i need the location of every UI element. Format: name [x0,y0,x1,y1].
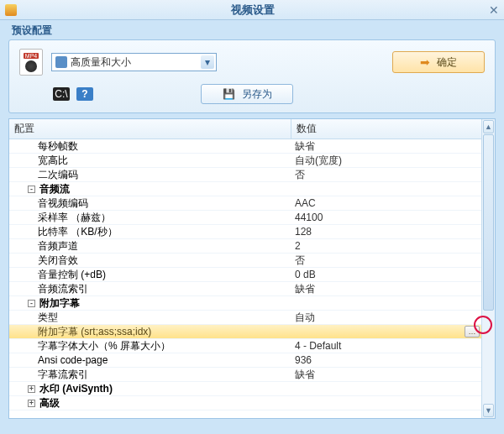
row-label: 每秒帧数 [38,139,78,153]
row-label: 字幕流索引 [38,368,88,381]
table-row[interactable]: Ansi code-page936 [9,353,481,368]
save-as-label: 另存为 [242,87,272,102]
save-icon: 💾 [223,88,235,100]
app-icon [5,4,17,16]
row-label: 音频声道 [38,239,78,253]
expand-toggle[interactable]: + [28,385,35,393]
table-row[interactable]: 音频流索引缺省 [9,282,481,296]
row-label: 音频流 [39,182,70,196]
row-label: 附加字幕 [39,296,80,310]
save-as-button[interactable]: 💾 另存为 [201,84,293,104]
table-row[interactable]: 采样率 （赫兹）44100 [9,211,481,225]
format-mp4-icon: MP4 [19,49,43,76]
group-row[interactable]: -附加字幕 [9,296,481,311]
row-label: Ansi code-page [38,353,108,367]
row-value[interactable]: 2 [291,239,481,253]
row-value [291,396,481,410]
row-value[interactable]: 936 [291,353,481,367]
scroll-up-button[interactable]: ▲ [483,120,494,133]
row-label: 宽高比 [38,154,68,167]
grid-header: 配置 数值 [9,119,481,139]
row-label: 水印 (AviSynth) [39,382,113,395]
row-value[interactable]: 自动 [291,311,481,324]
ok-button-label: 确定 [437,55,457,70]
table-row[interactable]: 类型自动 [9,311,481,325]
group-row[interactable]: +水印 (AviSynth) [9,382,481,396]
row-label: 音量控制 (+dB) [38,268,106,281]
disk-icon [55,56,67,68]
window-title: 视频设置 [17,3,489,18]
expand-toggle[interactable]: - [28,300,35,307]
row-value[interactable]: 缺省 [291,282,481,295]
titlebar: 视频设置 ✕ [0,0,504,20]
table-row[interactable]: 比特率 （KB/秒）128 [9,225,481,239]
row-label: 音频流索引 [38,282,88,295]
arrow-right-icon: ➡ [420,55,430,69]
table-row[interactable]: 音频声道2 [9,239,481,254]
table-row[interactable]: 字幕流索引缺省 [9,368,481,382]
row-label: 二次编码 [38,168,78,181]
row-value[interactable]: 4 - Default [291,339,481,353]
column-header-value[interactable]: 数值 [291,119,481,139]
scroll-track[interactable] [482,134,495,403]
row-value[interactable]: 否 [291,254,481,267]
row-label: 采样率 （赫兹） [38,211,111,224]
close-icon[interactable]: ✕ [489,3,499,17]
row-value[interactable]: 128 [291,225,481,238]
row-label: 音视频编码 [38,196,88,210]
row-value[interactable]: 否 [291,168,481,181]
console-button[interactable]: C:\ [53,87,70,101]
browse-button[interactable]: … [465,326,480,337]
preset-panel: MP4 高质量和大小 ▾ ➡ 确定 C:\ ? 💾 另存为 [8,39,496,113]
help-button[interactable]: ? [76,87,93,101]
row-value[interactable]: 自动(宽度) [291,154,481,167]
row-label: 附加字幕 (srt;ass;ssa;idx) [38,325,151,338]
group-row[interactable]: -音频流 [9,182,481,196]
row-label: 字幕字体大小（% 屏幕大小） [38,339,171,353]
expand-toggle[interactable]: - [28,186,35,193]
row-value[interactable]: … [291,325,481,338]
row-label: 高级 [39,396,60,410]
row-value[interactable]: 44100 [291,211,481,224]
row-value[interactable]: 缺省 [291,368,481,381]
row-label: 比特率 （KB/秒） [38,225,118,238]
row-value [291,182,481,196]
expand-toggle[interactable]: + [28,400,35,407]
table-row[interactable]: 附加字幕 (srt;ass;ssa;idx)… [9,325,481,339]
ok-button[interactable]: ➡ 确定 [392,51,485,73]
scroll-down-button[interactable]: ▼ [483,404,494,417]
row-label: 关闭音效 [38,254,78,267]
preset-combo-value: 高质量和大小 [71,55,201,70]
row-value [291,296,481,310]
settings-grid: 配置 数值 每秒帧数缺省宽高比自动(宽度)二次编码否-音频流音视频编码AAC采样… [8,118,496,419]
table-row[interactable]: 宽高比自动(宽度) [9,154,481,168]
column-header-name[interactable]: 配置 [9,119,291,139]
table-row[interactable]: 每秒帧数缺省 [9,139,481,154]
row-value[interactable]: AAC [291,196,481,210]
vertical-scrollbar[interactable]: ▲ ▼ [481,119,495,418]
preset-combo[interactable]: 高质量和大小 ▾ [51,53,217,71]
table-row[interactable]: 音量控制 (+dB)0 dB [9,268,481,282]
preset-section-label: 预设配置 [0,20,504,39]
row-value [291,382,481,395]
table-row[interactable]: 字幕字体大小（% 屏幕大小）4 - Default [9,339,481,353]
row-value[interactable]: 0 dB [291,268,481,281]
scroll-thumb[interactable] [483,134,494,311]
chevron-down-icon: ▾ [201,55,214,69]
table-row[interactable]: 二次编码否 [9,168,481,182]
table-row[interactable]: 音视频编码AAC [9,196,481,211]
table-row[interactable]: 关闭音效否 [9,254,481,268]
row-value[interactable]: 缺省 [291,139,481,153]
group-row[interactable]: +高级 [9,396,481,410]
row-label: 类型 [38,311,58,324]
